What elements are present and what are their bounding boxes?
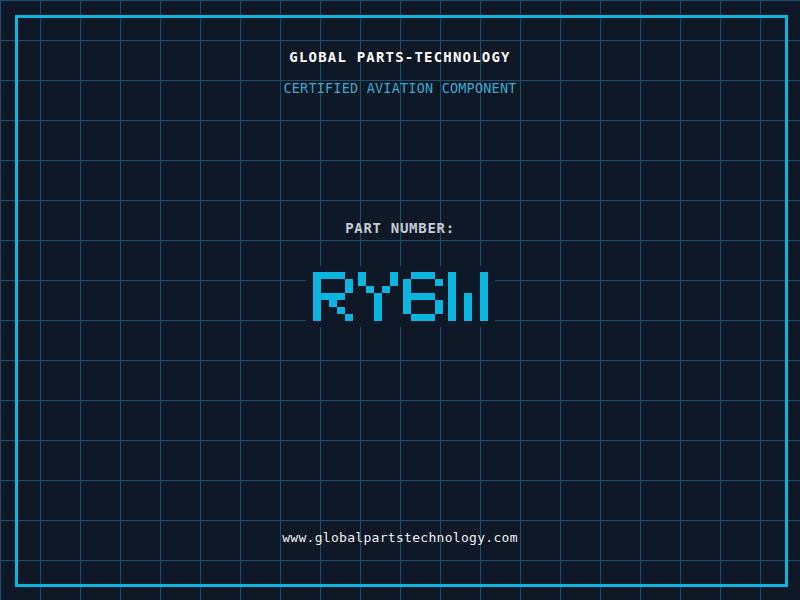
part-number-label: PART NUMBER: <box>0 221 800 236</box>
part-number-glyph <box>358 272 398 321</box>
part-number-row <box>0 266 800 327</box>
part-number-value <box>306 266 495 327</box>
part-number-glyph <box>313 272 353 321</box>
website-url: www.globalpartstechnology.com <box>0 531 800 545</box>
blueprint-placard: GLOBAL PARTS-TECHNOLOGY CERTIFIED AVIATI… <box>0 0 800 600</box>
company-name: GLOBAL PARTS-TECHNOLOGY <box>0 50 800 65</box>
part-number-glyph <box>403 272 443 321</box>
certification-subtitle: CERTIFIED AVIATION COMPONENT <box>0 81 800 95</box>
part-number-glyph <box>448 272 488 321</box>
